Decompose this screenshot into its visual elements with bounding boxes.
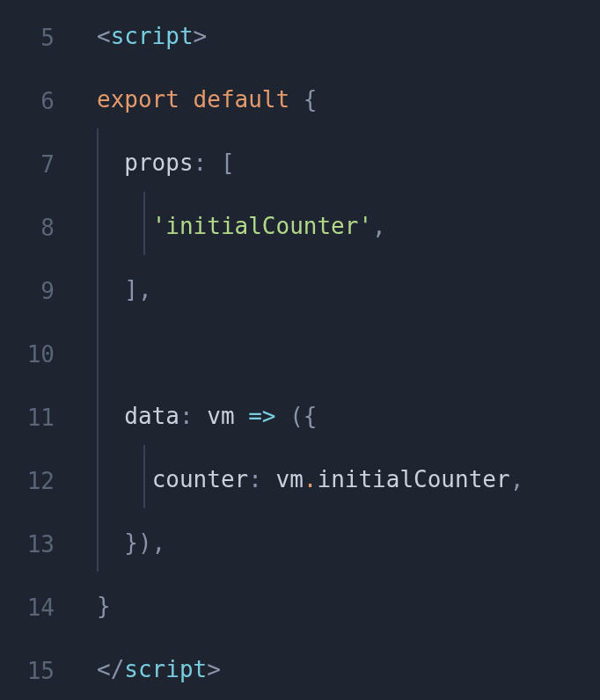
token: ], (124, 278, 151, 301)
code-content[interactable]: counter: vm.initialCounter, (55, 468, 523, 491)
code-content[interactable]: 'initialCounter', (55, 215, 386, 237)
token: }), (124, 531, 165, 554)
token: </ (97, 658, 124, 681)
token: : (179, 405, 207, 427)
token: counter (152, 468, 249, 491)
token: default (194, 88, 290, 111)
code-content[interactable]: props: [ (55, 151, 235, 174)
line-number: 7 (0, 151, 55, 176)
code-content[interactable]: } (55, 594, 111, 617)
token: > (194, 25, 208, 47)
token: . (304, 468, 318, 491)
token: data (124, 405, 179, 427)
token: 'initialCounter' (152, 215, 372, 237)
code-line[interactable]: 9 ], (0, 278, 600, 341)
token: { (304, 88, 318, 111)
code-content[interactable]: export default { (55, 88, 317, 111)
code-line[interactable]: 5<script> (0, 25, 600, 88)
code-line[interactable]: 6export default { (0, 88, 600, 151)
code-line[interactable]: 15</script> (0, 658, 600, 700)
line-number: 6 (0, 88, 55, 113)
token: } (97, 594, 111, 617)
token: vm (207, 405, 248, 427)
code-line[interactable]: 10 (0, 341, 600, 405)
token (276, 405, 290, 427)
code-content[interactable]: data: vm => ({ (55, 405, 318, 427)
token: script (124, 658, 207, 681)
token: initialCounter (317, 468, 509, 491)
line-number: 11 (0, 405, 55, 429)
code-line[interactable]: 13 }), (0, 531, 600, 594)
code-content[interactable]: </script> (55, 658, 221, 681)
token: props (124, 151, 193, 174)
line-number: 10 (0, 341, 55, 366)
line-number: 13 (0, 531, 55, 556)
token: < (97, 25, 111, 47)
code-line[interactable]: 8 'initialCounter', (0, 215, 600, 278)
token (289, 88, 304, 111)
line-number: 12 (0, 468, 55, 492)
token: : (248, 468, 275, 491)
token: , (372, 215, 386, 237)
line-number: 14 (0, 594, 55, 619)
indent-guide (97, 318, 99, 382)
line-number: 8 (0, 215, 55, 239)
token: export (97, 88, 179, 111)
line-number: 5 (0, 25, 55, 49)
line-number: 15 (0, 658, 55, 682)
code-line[interactable]: 14} (0, 594, 600, 658)
token: > (207, 658, 221, 681)
code-content[interactable]: <script> (55, 25, 207, 47)
token: script (111, 25, 194, 47)
token: => (248, 405, 275, 427)
code-content[interactable]: ], (55, 278, 152, 301)
line-number: 9 (0, 278, 55, 303)
code-line[interactable]: 7 props: [ (0, 151, 600, 215)
code-line[interactable]: 12 counter: vm.initialCounter, (0, 468, 600, 531)
token: vm (276, 468, 304, 491)
token: ({ (289, 405, 317, 427)
token: : [ (194, 151, 235, 174)
token: , (510, 468, 524, 491)
token (179, 88, 194, 111)
code-line[interactable]: 11 data: vm => ({ (0, 405, 600, 468)
code-content[interactable]: }), (55, 531, 165, 554)
code-editor[interactable]: 5<script>6export default {7 props: [8 'i… (0, 0, 600, 700)
